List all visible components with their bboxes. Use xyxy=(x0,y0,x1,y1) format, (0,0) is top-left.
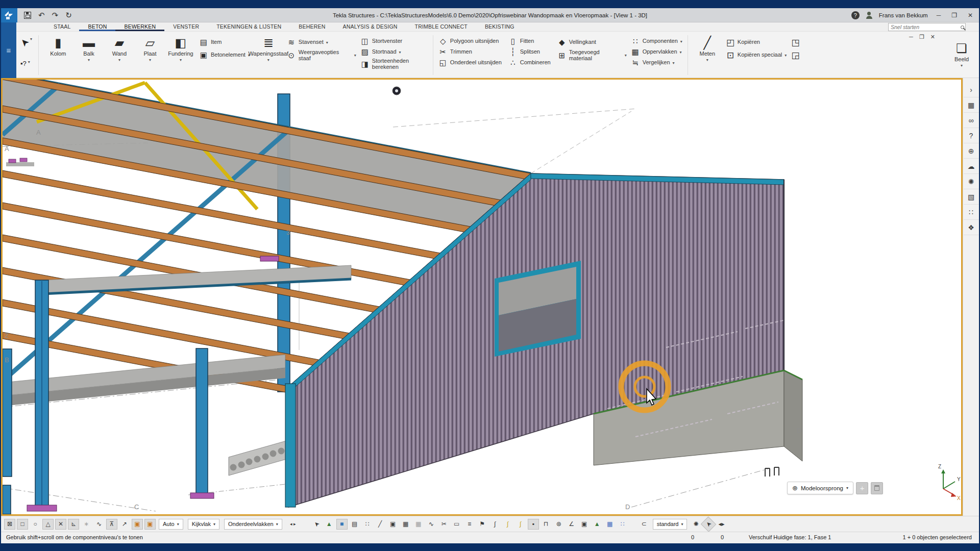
meten-button[interactable]: ╱ Meten ▾ xyxy=(693,34,722,62)
wand-button[interactable]: ▰ Wand ▾ xyxy=(105,34,134,62)
beeld-button[interactable]: ❏ Beeld ▾ xyxy=(947,34,976,68)
select-components-icon[interactable]: ▲ xyxy=(324,519,335,530)
snap-endpoint-icon[interactable]: □ xyxy=(17,519,28,530)
select-grids-icon[interactable]: ▦ xyxy=(400,519,411,530)
properties-gear-icon[interactable]: ✺ xyxy=(964,174,979,189)
select-views-icon[interactable]: ▭ xyxy=(451,519,462,530)
references-icon[interactable]: ∞ xyxy=(964,113,979,128)
toegevoegd-materiaal-button[interactable]: ⊞ Toegevoegd materiaal ▾ xyxy=(557,49,627,61)
view-restore-button[interactable]: ❐ xyxy=(919,34,924,40)
select-parts-icon[interactable]: ■ xyxy=(336,519,348,530)
balk-button[interactable]: ▬ Balk ▾ xyxy=(75,34,103,62)
component-catalog-icon[interactable]: ∷ xyxy=(964,205,979,220)
select-lines-icon[interactable]: ╱ xyxy=(375,519,386,530)
ribbon-tab[interactable]: BEWERKEN xyxy=(115,22,164,31)
select-angles-icon[interactable]: ∠ xyxy=(566,519,577,530)
view-plane-dropdown[interactable]: Kijkvlak ▾ xyxy=(188,519,219,530)
select-assemblies-icon[interactable]: ▦ xyxy=(604,519,616,530)
applications-components-icon[interactable]: ▦ xyxy=(964,97,979,113)
weergaveopties-staaf-button[interactable]: ⊙ Weergaveopties staaf ▾ xyxy=(287,49,356,61)
ribbon-tab[interactable]: TEKENINGEN & LIJSTEN xyxy=(208,22,290,31)
help-icon[interactable]: ? xyxy=(851,11,860,19)
vellingkant-button[interactable]: ◆ Vellingkant xyxy=(557,37,627,48)
select-rebar-icon[interactable]: ∫ xyxy=(489,519,501,530)
snap-intersection-icon[interactable]: ✕ xyxy=(55,519,66,530)
snap-reference-plane-icon[interactable]: ▣ xyxy=(132,519,143,530)
smart-select-icon[interactable]: ➤ xyxy=(701,516,716,532)
select-welds-icon[interactable]: ∿ xyxy=(426,519,437,530)
inquire-button[interactable]: ▪? ▾ xyxy=(20,60,32,67)
part-planes-dropdown[interactable]: Onderdeelvlakken ▾ xyxy=(224,519,282,530)
snap-center-icon[interactable]: ○ xyxy=(30,519,41,530)
oppervlakken-button[interactable]: ▦ Oppervlakken ▾ xyxy=(631,47,682,57)
snap-any-position-icon[interactable]: ∿ xyxy=(93,519,105,530)
settings-gear-icon[interactable]: ✺ xyxy=(690,519,701,530)
file-menu-strip[interactable]: ≡ xyxy=(1,22,16,78)
view-close-button[interactable]: ✕ xyxy=(930,34,935,40)
ribbon-tab[interactable]: ANALYSIS & DESIGN xyxy=(334,22,406,31)
pane-collapse-chevron-icon[interactable]: › xyxy=(964,82,979,97)
select-washers-icon[interactable]: ⊛ xyxy=(553,519,565,530)
select-rebar-groups-icon[interactable]: ∫ xyxy=(502,519,513,530)
select-flags-icon[interactable]: ⚑ xyxy=(477,519,488,530)
ribbon-tab[interactable]: TRIMBLE CONNECT xyxy=(406,22,476,31)
tekla-online-icon[interactable]: ⊕ xyxy=(964,143,979,159)
select-assembly-cone-icon[interactable]: ▲ xyxy=(592,519,603,530)
prev-next-plane-icon[interactable]: ◂ ▸ xyxy=(285,519,301,530)
snap-midpoint-icon[interactable]: △ xyxy=(42,519,54,530)
select-grid-lines-icon[interactable]: ▦ xyxy=(413,519,424,530)
delete-origin-button[interactable] xyxy=(871,482,883,494)
kopieren-speciaal-button[interactable]: ⊡ Kopiëren speciaal ▾ xyxy=(726,49,787,61)
fitten-button[interactable]: ▯ Fitten xyxy=(508,37,553,46)
model-info-cube-icon[interactable]: ▧ xyxy=(964,189,979,205)
hamburger-menu-icon[interactable]: ≡ xyxy=(7,49,11,52)
componenten-button[interactable]: ∷ Componenten ▾ xyxy=(631,37,682,46)
snap-depth-lock-icon[interactable]: ▣ xyxy=(144,519,156,530)
splitsen-button[interactable]: ┆ Splitsen xyxy=(508,47,553,57)
item-button[interactable]: ▤ Item xyxy=(199,37,250,48)
stortnaad-button[interactable]: ▨ Stortnaad ▾ xyxy=(360,47,428,57)
plaat-button[interactable]: ▱ Plaat ▾ xyxy=(136,34,164,62)
ribbon-tab[interactable]: BEHEREN xyxy=(290,22,334,31)
stortvenster-button[interactable]: ◫ Stortvenster xyxy=(360,37,428,46)
fundering-button[interactable]: ◧ Fundering ▾ xyxy=(166,34,195,62)
combineren-button[interactable]: ∴ Combineren xyxy=(508,58,553,67)
wapeningsstaaf-button[interactable]: ≣ Wapeningsstaaf ▾ xyxy=(254,34,283,62)
copy-rotate-icon[interactable]: ◳ xyxy=(791,37,800,48)
snap-ortho-icon[interactable]: ⊼ xyxy=(106,519,117,530)
view-minimize-button[interactable]: ─ xyxy=(909,34,913,40)
quick-launch-input[interactable] xyxy=(891,24,961,30)
select-drawings-icon[interactable]: ▣ xyxy=(579,519,590,530)
select-rebar-sets-icon[interactable]: ∫ xyxy=(515,519,526,530)
user-name[interactable]: Frans van Bekkum xyxy=(879,12,928,18)
magnet-snap-icon[interactable]: ⊂ xyxy=(639,519,650,530)
tags-icon[interactable]: ❖ xyxy=(964,220,979,235)
storteenheden-berekenen-button[interactable]: ◨ Storteenheden berekenen xyxy=(360,58,428,70)
model-viewport[interactable]: Z Y X A A 3 2 B C D D xyxy=(1,78,963,516)
select-plates-icon[interactable]: ▪ xyxy=(528,519,539,530)
ribbon-tab[interactable]: BETON xyxy=(79,22,115,31)
model-canvas[interactable]: Z Y X xyxy=(3,80,961,514)
snap-tracking-icon[interactable]: ↗ xyxy=(119,519,130,530)
close-button[interactable]: ✕ xyxy=(966,12,975,19)
mezzanine-slab[interactable] xyxy=(43,265,351,294)
select-surfaces-icon[interactable]: ▤ xyxy=(349,519,360,530)
trimble-connect-cloud-icon[interactable]: ☁ xyxy=(964,159,979,174)
vergelijken-button[interactable]: ≒ Vergelijken ▾ xyxy=(631,58,682,67)
snap-perpendicular-icon[interactable]: ⊾ xyxy=(68,519,79,530)
kolom-button[interactable]: ▮ Kolom xyxy=(44,34,72,58)
select-bolts-icon[interactable]: ⊓ xyxy=(541,519,552,530)
add-origin-button[interactable]: + xyxy=(856,482,868,494)
select-pointer-button[interactable]: ➤ ▾ xyxy=(20,37,32,48)
snap-mode-dropdown[interactable]: Auto ▾ xyxy=(159,519,183,530)
inquire-objects-icon[interactable]: ? xyxy=(964,128,979,143)
onderdeel-uitsnijden-button[interactable]: ◱ Onderdeel uitsnijden xyxy=(438,58,504,67)
snap-points-icon[interactable]: ⊠ xyxy=(4,519,15,530)
ribbon-tab[interactable]: VENSTER xyxy=(164,22,208,31)
selection-filter-dropdown[interactable]: standard ▾ xyxy=(653,519,688,530)
select-cuts-icon[interactable]: ✂ xyxy=(438,519,450,530)
trimmen-button[interactable]: ✂ Trimmen xyxy=(438,47,504,57)
ribbon-tab[interactable]: STAAL xyxy=(45,22,79,31)
select-component-objects-icon[interactable]: ∷ xyxy=(617,519,628,530)
kopieren-button[interactable]: ◰ Kopiëren xyxy=(726,37,787,48)
